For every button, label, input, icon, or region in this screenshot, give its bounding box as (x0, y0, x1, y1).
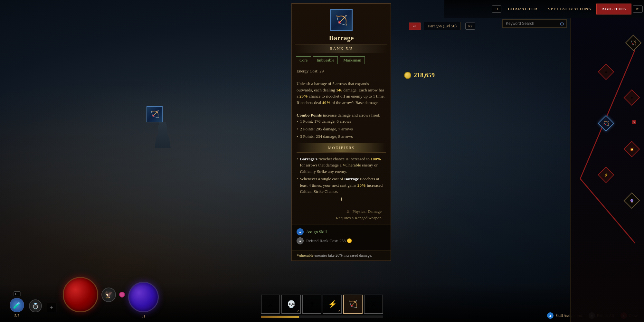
svg-line-1 (580, 179, 635, 243)
tree-node-4[interactable]: 🏹 (600, 118, 612, 129)
tree-node-3[interactable]: 🗡 (626, 92, 638, 103)
active-selection-badge: ↩ (409, 23, 421, 30)
orbs-area: 🧪 L1 5/5 💍 + 🦅 31 (10, 277, 159, 312)
gold-display: 218,659 (404, 71, 435, 79)
mod1-text: Barrage's ricochet chance is increased t… (300, 156, 386, 175)
skill-slot-2[interactable]: 💀 2 (281, 295, 301, 314)
skill-slot-3[interactable]: 🗡 (302, 295, 321, 314)
tooltip-icon-area: 🏹 (292, 4, 391, 34)
skill-slot-5[interactable]: 🏹 (343, 295, 363, 314)
character-tab[interactable]: CHARACTER (503, 4, 543, 14)
tree-node-2[interactable]: ⚔ (600, 66, 612, 78)
skill-tooltip-panel: 🏹 Barrage RANK 5/5 Core Imbueable Marksm… (291, 3, 391, 261)
potion-count: 5/5 (14, 313, 19, 318)
status-dot (119, 292, 125, 298)
skill-tags: Core Imbueable Marksman (292, 56, 391, 68)
bullet-icon: • (297, 126, 298, 132)
paragon-area: ↩ Paragon (Lvl 50) R2 (409, 22, 477, 30)
combo-point-1: • 1 Point: 176 damage, 6 arrows (297, 118, 386, 125)
combo-3-text: 3 Points: 234 damage, 8 arrows (300, 133, 353, 140)
gold-amount: 218,659 (414, 71, 435, 79)
skill-tree-content: 🏹 ⚔ 🗡 🏹 💥 ⚡ (571, 18, 644, 322)
r2-trigger[interactable]: R2 (465, 23, 475, 30)
experience-bar (261, 316, 383, 318)
tree-node-7[interactable]: 🔮 (626, 195, 638, 206)
skill-slots: ⚔ 💀 2 🗡 ⚡ 2 🏹 ⚔ (261, 295, 383, 314)
tag-imbueable[interactable]: Imbueable (313, 56, 338, 64)
skill-tree-panel: 🏹 ⚔ 🗡 🏹 💥 ⚡ (570, 18, 644, 322)
potion-icon[interactable]: 🧪 (10, 298, 24, 312)
keyword-search-area: ⚙ (502, 19, 567, 28)
gold-icon-inline: 🟡 (347, 238, 352, 243)
passive-icon[interactable]: 🦅 (101, 288, 116, 302)
ring-icon[interactable]: 💍 (29, 299, 42, 312)
skill-slot-1[interactable]: ⚔ (261, 295, 280, 314)
skill-rank: RANK 5/5 (295, 44, 387, 53)
potion-icon-area: 🧪 L1 5/5 (10, 298, 24, 312)
combo-point-3: • 3 Points: 234 damage, 8 arrows (297, 133, 386, 140)
energy-cost: Energy Cost: 29 (297, 68, 386, 74)
tooltip-actions: ▲ Assign Skill ● Refund Rank Cost: 258 🟡 (292, 224, 391, 250)
barrage-bold-1: Barrage's (300, 156, 317, 161)
modifiers-divider: MODIFIERS (297, 143, 386, 153)
skill-slot-4[interactable]: ⚡ 2 (323, 295, 342, 314)
paragon-label[interactable]: Paragon (Lvl 50) (424, 22, 461, 30)
ricochet-highlight: 40% (322, 100, 330, 105)
mod1-value: 100% (371, 156, 381, 161)
refund-label: Refund Rank Cost: 258 🟡 (306, 238, 352, 243)
tooltip-body: Energy Cost: 29 Unleash a barrage of 5 a… (292, 68, 391, 224)
section-arrow: ⬇ (297, 196, 386, 203)
tree-node-1[interactable]: 🏹 (628, 37, 639, 49)
skill-5-icon: 🏹 (345, 296, 361, 312)
bullet-icon: • (297, 156, 298, 162)
barrage-bold-2: Barrage (344, 176, 359, 181)
top-navigation: L1 CHARACTER SPECIALIZATIONS ABILITIES R… (444, 0, 644, 18)
assign-row[interactable]: ▲ Assign Skill (297, 228, 386, 235)
mana-orb-container: 31 (128, 282, 159, 312)
skill-2-icon: 💀 (283, 296, 299, 312)
refund-button[interactable]: ● (297, 237, 304, 244)
modifier-1: • Barrage's ricochet chance is increased… (297, 156, 386, 175)
skill-4-num: 2 (338, 309, 340, 313)
combo-2-text: 2 Points: 205 damage, 7 arrows (300, 126, 353, 132)
r1-trigger[interactable]: R1 (633, 5, 643, 13)
skill-name: Barrage (292, 34, 391, 44)
tag-core[interactable]: Core (296, 56, 311, 64)
sword-icon: ⚔ (346, 209, 350, 214)
tag-marksman[interactable]: Marksman (340, 56, 365, 64)
damage-type-text: Physical Damage (352, 209, 382, 214)
combo-header: Combo Points (297, 113, 322, 118)
gold-coin-icon (404, 72, 411, 79)
vulnerable-note: Vulnerable enemies take 20% increased da… (292, 250, 391, 260)
abilities-tab[interactable]: ABILITIES (596, 4, 631, 14)
tree-node-6[interactable]: ⚡ (600, 169, 612, 181)
l1-trigger[interactable]: L1 (492, 5, 501, 13)
bullet-icon: • (297, 176, 298, 182)
skill-slot-6[interactable]: ⚔ (364, 295, 383, 314)
node-count-badge: 5 (632, 120, 636, 124)
skill-2-num: 2 (297, 309, 299, 313)
vulnerable-link: Vulnerable (297, 253, 314, 258)
damage-type: ⚔ Physical Damage (301, 208, 382, 215)
bullet-icon: • (297, 133, 298, 140)
skill-4-icon: ⚡ (324, 296, 340, 312)
assign-label: Assign Skill (306, 229, 327, 234)
vulnerable-note-text: enemies take 20% increased damage. (315, 253, 372, 258)
refund-row[interactable]: ● Refund Rank Cost: 258 🟡 (297, 237, 386, 244)
combo-text: increase damage and arrows fired: (323, 113, 380, 118)
add-skill-button[interactable]: + (47, 303, 56, 312)
triangle-icon: ▲ (547, 312, 554, 319)
tree-node-5[interactable]: 💥 (626, 143, 638, 155)
chance-highlight: 20% (299, 94, 308, 99)
skill-description: Unleash a barrage of 5 arrows that expan… (297, 80, 386, 106)
health-orb-container (63, 277, 98, 312)
combo-1-text: 1 Point: 176 damage, 6 arrows (300, 118, 351, 125)
assign-button[interactable]: ▲ (297, 228, 304, 235)
mana-orb (128, 282, 159, 312)
floating-barrage-icon: 🏹 (147, 106, 163, 122)
tooltip-footer: ⚔ Physical Damage Requires a Ranged weap… (297, 205, 386, 224)
skill-6-icon: ⚔ (365, 296, 382, 312)
search-icon: ⚙ (560, 21, 564, 27)
keyword-search-input[interactable] (502, 19, 567, 28)
specializations-tab[interactable]: SPECIALIZATIONS (543, 4, 596, 14)
